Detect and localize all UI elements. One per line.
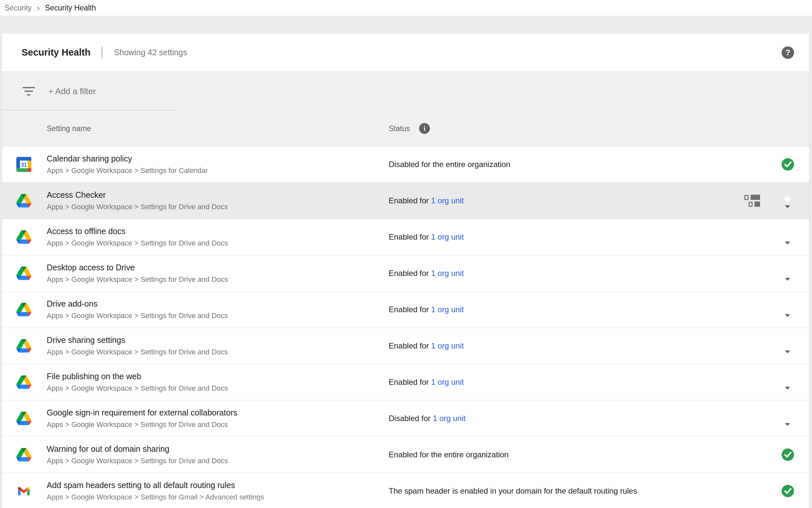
recommendation-icon[interactable] xyxy=(781,410,794,426)
recommendation-icon[interactable] xyxy=(781,229,794,245)
drive-app-icon xyxy=(16,302,31,317)
setting-text: Access to offline docs Apps > Google Wor… xyxy=(47,226,228,248)
org-unit-link[interactable]: 1 org unit xyxy=(431,196,464,205)
status-text: Enabled for the entire organization xyxy=(389,450,509,459)
filter-and-columns-section: + Add a filter Setting name Status i xyxy=(2,71,809,146)
table-row[interactable]: Access to offline docs Apps > Google Wor… xyxy=(2,219,809,255)
recommendation-icon[interactable] xyxy=(781,301,794,317)
drive-app-icon xyxy=(16,266,31,281)
org-unit-link[interactable]: 1 org unit xyxy=(431,232,464,241)
setting-status: Enabled for1 org unit xyxy=(389,269,464,278)
table-row[interactable]: 31 Calendar sharing policy Apps > Google… xyxy=(2,146,809,182)
setting-text: Add spam headers setting to all default … xyxy=(47,480,264,502)
org-unit-link[interactable]: 1 org unit xyxy=(433,414,466,423)
card-header: Security Health Showing 42 settings ? xyxy=(2,34,809,71)
setting-title: Drive add-ons xyxy=(47,299,228,308)
setting-path: Apps > Google Workspace > Settings for D… xyxy=(47,239,228,248)
setting-path: Apps > Google Workspace > Settings for D… xyxy=(47,384,228,393)
setting-path: Apps > Google Workspace > Settings for G… xyxy=(47,493,264,502)
setting-text: Access Checker Apps > Google Workspace >… xyxy=(47,190,228,211)
table-row[interactable]: Access Checker Apps > Google Workspace >… xyxy=(2,182,809,219)
org-unit-link[interactable]: 1 org unit xyxy=(431,341,464,350)
status-text: Enabled for xyxy=(389,269,429,278)
setting-path: Apps > Google Workspace > Settings for D… xyxy=(47,348,228,356)
status-ok-icon xyxy=(782,485,794,497)
svg-text:31: 31 xyxy=(21,162,27,168)
status-text: Enabled for xyxy=(389,305,429,314)
setting-status: The spam header is enabled in your domai… xyxy=(389,486,637,496)
setting-title: File publishing on the web xyxy=(47,372,228,381)
setting-text: Google sign-in requirement for external … xyxy=(47,408,237,429)
status-ok-icon xyxy=(782,158,794,171)
setting-title: Access Checker xyxy=(47,190,228,200)
column-header-setting-name: Setting name xyxy=(47,124,91,133)
status-text: Enabled for xyxy=(389,196,429,205)
table-row[interactable]: Add spam headers setting to all default … xyxy=(2,473,809,508)
chevron-right-icon: › xyxy=(37,4,40,12)
setting-title: Add spam headers setting to all default … xyxy=(47,480,264,490)
setting-title: Drive sharing settings xyxy=(47,335,228,345)
table-row[interactable]: File publishing on the web Apps > Google… xyxy=(2,364,809,400)
drive-app-icon xyxy=(16,193,31,208)
setting-path: Apps > Google Workspace > Settings for D… xyxy=(47,203,228,211)
drive-app-icon xyxy=(16,229,31,245)
status-text: The spam header is enabled in your domai… xyxy=(389,486,637,495)
help-icon[interactable]: ? xyxy=(782,46,794,59)
setting-text: Desktop access to Drive Apps > Google Wo… xyxy=(47,263,228,284)
recommendation-icon[interactable] xyxy=(781,265,794,281)
settings-count: Showing 42 settings xyxy=(114,48,187,57)
title-divider xyxy=(102,47,102,58)
security-health-card: Security Health Showing 42 settings ? + … xyxy=(2,34,809,508)
status-text: Disabled for the entire organization xyxy=(389,160,510,169)
breadcrumb-current: Security Health xyxy=(45,4,96,12)
setting-title: Calendar sharing policy xyxy=(47,154,208,163)
add-filter-button[interactable]: + Add a filter xyxy=(48,86,96,96)
setting-title: Google sign-in requirement for external … xyxy=(47,408,237,417)
setting-title: Access to offline docs xyxy=(47,226,228,236)
status-ok-icon xyxy=(782,449,794,461)
drive-app-icon xyxy=(16,447,31,462)
recommendation-icon[interactable] xyxy=(781,193,794,208)
org-unit-link[interactable]: 1 org unit xyxy=(431,269,464,278)
drive-app-icon xyxy=(16,411,31,426)
gmail-app-icon xyxy=(16,483,31,499)
setting-status: Disabled for the entire organization xyxy=(389,160,510,169)
info-icon[interactable]: i xyxy=(419,123,430,134)
setting-text: Calendar sharing policy Apps > Google Wo… xyxy=(47,154,208,175)
calendar-app-icon: 31 xyxy=(16,157,31,172)
setting-path: Apps > Google Workspace > Settings for D… xyxy=(47,311,228,320)
setting-path: Apps > Google Workspace > Settings for D… xyxy=(47,275,228,284)
setting-text: Warning for out of domain sharing Apps >… xyxy=(47,444,228,465)
filter-bar: + Add a filter xyxy=(2,72,809,111)
table-header-row: Setting name Status i xyxy=(2,111,809,146)
setting-title: Warning for out of domain sharing xyxy=(47,444,228,454)
setting-path: Apps > Google Workspace > Settings for D… xyxy=(47,420,237,429)
setting-title: Desktop access to Drive xyxy=(47,263,228,272)
setting-text: Drive sharing settings Apps > Google Wor… xyxy=(47,335,228,356)
setting-status: Disabled for1 org unit xyxy=(389,414,466,423)
recommendation-icon[interactable] xyxy=(781,374,794,390)
table-row[interactable]: Drive sharing settings Apps > Google Wor… xyxy=(2,328,809,364)
status-text: Enabled for xyxy=(389,378,429,386)
table-body: 31 Calendar sharing policy Apps > Google… xyxy=(2,146,809,508)
drive-app-icon xyxy=(16,338,31,353)
status-text: Enabled for xyxy=(389,341,429,350)
breadcrumb-security-link[interactable]: Security xyxy=(5,4,32,12)
setting-text: Drive add-ons Apps > Google Workspace > … xyxy=(47,299,228,320)
drive-app-icon xyxy=(16,375,31,390)
setting-status: Enabled for1 org unit xyxy=(389,378,464,387)
recommendation-icon[interactable] xyxy=(781,338,794,353)
table-row[interactable]: Google sign-in requirement for external … xyxy=(2,400,809,436)
org-units-icon xyxy=(745,195,760,207)
table-row[interactable]: Drive add-ons Apps > Google Workspace > … xyxy=(2,291,809,328)
org-unit-link[interactable]: 1 org unit xyxy=(431,378,464,386)
breadcrumb: Security › Security Health xyxy=(0,0,812,16)
org-unit-link[interactable]: 1 org unit xyxy=(431,305,464,314)
table-row[interactable]: Desktop access to Drive Apps > Google Wo… xyxy=(2,255,809,291)
status-text: Enabled for xyxy=(389,232,429,241)
setting-path: Apps > Google Workspace > Settings for D… xyxy=(47,457,228,465)
setting-status: Enabled for1 org unit xyxy=(389,305,464,314)
status-text: Disabled for xyxy=(389,414,430,423)
setting-text: File publishing on the web Apps > Google… xyxy=(47,372,228,393)
table-row[interactable]: Warning for out of domain sharing Apps >… xyxy=(2,436,809,473)
